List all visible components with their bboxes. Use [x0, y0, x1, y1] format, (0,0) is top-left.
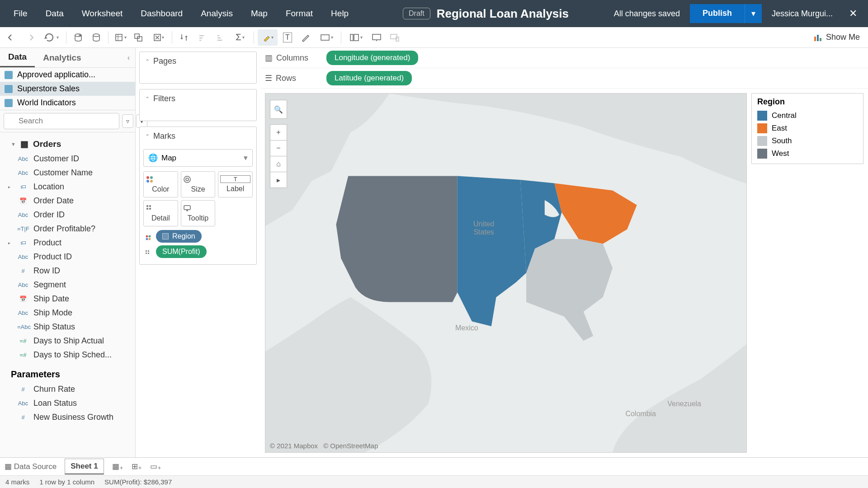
marks-detail-button[interactable]: Detail — [143, 200, 178, 226]
legend-item[interactable]: West — [757, 147, 858, 160]
detail-icon — [143, 248, 153, 258]
device-preview-button[interactable] — [387, 29, 403, 46]
publish-dropdown[interactable]: ▾ — [745, 4, 762, 23]
filter-fields-button[interactable]: ▿ — [122, 114, 133, 128]
publish-button[interactable]: Publish — [690, 4, 745, 23]
duplicate-button[interactable] — [130, 29, 146, 46]
mark-type-selector[interactable]: 🌐 Map ▾ — [143, 149, 253, 167]
menu-map[interactable]: Map — [242, 2, 277, 25]
tab-analytics[interactable]: Analytics — [35, 48, 89, 67]
menu-analysis[interactable]: Analysis — [192, 2, 242, 25]
show-me-icon — [813, 33, 822, 42]
field-item[interactable]: ▸🏷Product — [0, 236, 135, 250]
map-label-venezuela: Venezuela — [667, 400, 701, 408]
marks-pill-region[interactable]: Region — [156, 230, 202, 243]
field-item[interactable]: AbcShip Mode — [0, 306, 135, 320]
fit-button[interactable]: ▾ — [316, 29, 337, 46]
new-datasource-button[interactable] — [70, 29, 86, 46]
map-more-button[interactable]: ▸ — [270, 172, 287, 188]
marks-pill-profit[interactable]: SUM(Profit) — [156, 245, 207, 258]
marks-size-button[interactable]: Size — [181, 171, 216, 197]
datasource-item[interactable]: Superstore Sales — [0, 82, 135, 96]
table-group-orders[interactable]: ▼ ▦ Orders — [0, 135, 135, 152]
swap-button[interactable] — [176, 29, 192, 46]
rows-shelf[interactable]: ☰Rows Latitude (generated) — [260, 68, 868, 89]
zoom-out-button[interactable]: − — [270, 140, 287, 156]
menu-file[interactable]: File — [5, 2, 37, 25]
field-item[interactable]: AbcOrder ID — [0, 208, 135, 222]
rows-pill[interactable]: Latitude (generated) — [326, 71, 412, 85]
field-item[interactable]: AbcSegment — [0, 278, 135, 292]
pause-updates-button[interactable] — [88, 29, 104, 46]
redo-button[interactable] — [22, 29, 38, 46]
filters-shelf[interactable]: ⌃Filters — [139, 89, 257, 121]
close-icon[interactable]: ✕ — [843, 8, 863, 19]
parameter-item[interactable]: #Churn Rate — [0, 382, 135, 396]
svg-point-18 — [150, 180, 153, 183]
presentation-button[interactable] — [368, 29, 385, 46]
new-worksheet-tab[interactable]: ▦₊ — [112, 462, 123, 471]
sort-desc-button[interactable] — [212, 29, 228, 46]
parameter-item[interactable]: AbcLoan Status — [0, 396, 135, 410]
sort-asc-button[interactable] — [194, 29, 210, 46]
parameter-item[interactable]: #New Business Growth — [0, 410, 135, 424]
clear-button[interactable]: ▾ — [148, 29, 168, 46]
marks-color-button[interactable]: Color — [143, 171, 178, 197]
datasource-item[interactable]: World Indicators — [0, 96, 135, 110]
columns-shelf[interactable]: ▥Columns Longitude (generated) — [260, 48, 868, 68]
field-item[interactable]: AbcCustomer ID — [0, 152, 135, 166]
field-item[interactable]: =T|FOrder Profitable? — [0, 222, 135, 236]
marks-label-button[interactable]: TLabel — [218, 171, 253, 197]
legend-item[interactable]: Central — [757, 109, 858, 122]
field-item[interactable]: AbcCustomer Name — [0, 166, 135, 180]
show-cards-button[interactable]: ▾ — [345, 29, 367, 46]
field-item[interactable]: 📅Order Date — [0, 194, 135, 208]
user-name[interactable]: Jessica Murgui... — [772, 9, 833, 19]
format-button[interactable] — [297, 29, 314, 46]
field-item[interactable]: #Row ID — [0, 264, 135, 278]
legend-item[interactable]: East — [757, 122, 858, 135]
sheet-tab[interactable]: Sheet 1 — [65, 459, 104, 474]
workbook-title[interactable]: Regional Loan Analysis — [437, 7, 569, 21]
field-item[interactable]: =#Days to Ship Actual — [0, 334, 135, 348]
new-story-tab[interactable]: ▭₊ — [150, 462, 161, 471]
field-item[interactable]: ▸🏷Location — [0, 180, 135, 194]
map-viz[interactable]: 🔍 + − ⌂ ▸ United States Mexico Venezuela… — [265, 93, 747, 453]
datasource-item[interactable]: Approved applicatio... — [0, 68, 135, 82]
field-type-icon: =T|F — [17, 225, 29, 232]
tab-data[interactable]: Data — [0, 48, 35, 67]
field-item[interactable]: =#Days to Ship Sched... — [0, 348, 135, 362]
marks-tooltip-button[interactable]: Tooltip — [181, 200, 216, 226]
search-input[interactable] — [4, 113, 119, 129]
chevron-icon: ⌃ — [145, 133, 150, 140]
menu-help[interactable]: Help — [322, 2, 358, 25]
legend-card[interactable]: Region CentralEastSouthWest — [751, 93, 863, 164]
datasource-tab[interactable]: ▦ Data Source — [5, 462, 57, 471]
menu-worksheet[interactable]: Worksheet — [73, 2, 132, 25]
field-item[interactable]: =AbcShip Status — [0, 320, 135, 334]
menu-data[interactable]: Data — [37, 2, 73, 25]
marks-pill-row: SUM(Profit) — [143, 245, 253, 261]
undo-button[interactable] — [4, 29, 20, 46]
region-west[interactable] — [336, 176, 457, 302]
show-me-button[interactable]: Show Me — [809, 33, 864, 42]
new-worksheet-button[interactable]: ▾ — [112, 29, 128, 46]
totals-button[interactable]: Σ▾ — [230, 29, 250, 46]
highlight-button[interactable]: ▾ — [258, 29, 278, 46]
labels-button[interactable]: T — [279, 29, 296, 46]
field-item[interactable]: 📅Ship Date — [0, 292, 135, 306]
revert-button[interactable]: ▾ — [40, 29, 62, 46]
menu-dashboard[interactable]: Dashboard — [132, 2, 192, 25]
collapse-pane-button[interactable]: ‹ — [122, 48, 135, 67]
status-marks: 4 marks — [5, 478, 29, 486]
legend-item[interactable]: South — [757, 135, 858, 147]
zoom-in-button[interactable]: + — [270, 124, 287, 141]
new-dashboard-tab[interactable]: ⊞₊ — [132, 462, 142, 471]
menu-format[interactable]: Format — [277, 2, 322, 25]
zoom-home-button[interactable]: ⌂ — [270, 156, 287, 172]
pages-shelf[interactable]: ⌃Pages — [139, 52, 257, 84]
columns-pill[interactable]: Longitude (generated) — [326, 51, 418, 65]
basemap — [265, 94, 746, 452]
field-item[interactable]: AbcProduct ID — [0, 250, 135, 264]
map-search-button[interactable]: 🔍 — [270, 100, 287, 119]
